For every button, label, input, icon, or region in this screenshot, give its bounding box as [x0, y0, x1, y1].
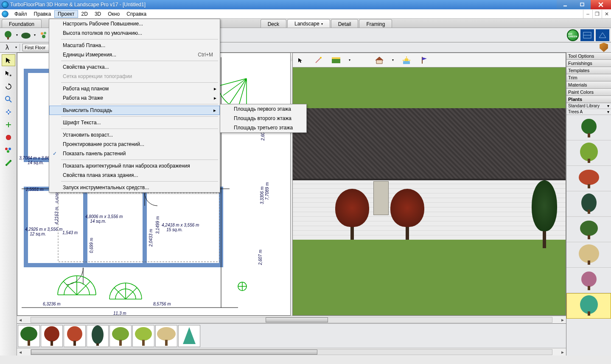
menu-item[interactable]: Единицы Измерения...Ctrl+M — [49, 50, 220, 59]
menu-item[interactable]: Масштаб Плана... — [49, 41, 220, 50]
thumb-tree-5[interactable] — [109, 325, 132, 347]
wand-tool-icon[interactable] — [313, 55, 323, 65]
zoom-tool[interactable] — [3, 94, 14, 104]
view-3d[interactable]: ▾ ▾ — [292, 53, 566, 316]
menu-3d[interactable]: 3D — [91, 10, 104, 18]
thumb-tree-7[interactable] — [155, 325, 177, 347]
svg-rect-86 — [588, 235, 590, 239]
menu-item[interactable]: Шрифт Текста... — [49, 118, 220, 127]
tab-detail[interactable]: Detail — [331, 19, 359, 28]
rgb-balls-tool[interactable] — [3, 145, 14, 155]
menu-item[interactable]: ✓Показать панель растений — [49, 149, 220, 158]
menu-item[interactable]: Работа на Этаже▸ — [49, 93, 220, 103]
house-tool-icon[interactable] — [374, 55, 384, 65]
thumb-tree-6[interactable] — [132, 325, 154, 347]
tab-framing[interactable]: Framing — [359, 19, 392, 28]
category-dropdown[interactable]: Trees A▾ — [566, 109, 611, 115]
menu-окно[interactable]: Окно — [104, 10, 123, 18]
tab-foundation[interactable]: Foundation — [2, 19, 42, 28]
menu-item[interactable]: Установить возраст... — [49, 130, 220, 140]
rotate-tool[interactable] — [3, 81, 14, 92]
dim-a: 3,7084 m x 3,86614 sq.m. — [19, 156, 52, 165]
minimize-button[interactable] — [557, 0, 574, 9]
panel-header-trim[interactable]: Trim — [566, 74, 611, 81]
tab-landscape[interactable]: Landscape▾ — [287, 19, 330, 28]
thumb-tree-8[interactable] — [178, 325, 200, 347]
blueprint-icon[interactable] — [580, 29, 594, 41]
panel-header-materials[interactable]: Materials — [566, 81, 611, 89]
plant-thumb[interactable] — [566, 166, 611, 191]
house-3d — [293, 108, 566, 235]
panel-header-plants[interactable]: Plants — [566, 96, 611, 103]
shrub-tool-icon[interactable] — [20, 30, 31, 41]
close-button[interactable] — [591, 0, 611, 9]
mdi-restore-button[interactable]: ❐ — [592, 10, 602, 18]
pointer-star-tool[interactable]: ✶ — [3, 69, 14, 79]
flag-tool-icon[interactable] — [419, 55, 429, 65]
menu-item[interactable]: Проектирование роста растений... — [49, 140, 220, 149]
menu-item[interactable]: Показать архитектурный план наброска изо… — [49, 161, 220, 171]
submenu-item[interactable]: Площадь второго жтажа — [220, 114, 306, 123]
library-dropdown[interactable]: Standard Library▾ — [566, 103, 611, 109]
submenu-item[interactable]: Площадь первого этажа — [220, 104, 306, 114]
plant-thumb[interactable] — [566, 293, 611, 319]
maximize-button[interactable] — [574, 0, 591, 9]
svg-rect-66 — [50, 341, 53, 346]
dim-k: 3,1499 m — [155, 216, 160, 234]
dim-i: 11,3 m — [113, 311, 126, 316]
plant-thumb[interactable] — [566, 268, 611, 293]
pan-tool[interactable] — [3, 107, 14, 117]
landscape-tile-icon[interactable] — [331, 55, 341, 65]
red-ball-tool[interactable] — [3, 132, 14, 143]
submenu-item[interactable]: Площадь третьего этажа — [220, 123, 306, 132]
thumb-hscroll[interactable]: ◂ ▸ — [17, 348, 566, 356]
thumb-tree-3[interactable] — [64, 325, 86, 347]
plant-thumb[interactable] — [566, 115, 611, 140]
menu-item[interactable]: Работа над планом▸ — [49, 84, 220, 93]
thumb-tree-1[interactable] — [18, 325, 40, 347]
app-icon — [2, 1, 8, 8]
mdi-minimize-button[interactable]: – — [583, 10, 592, 18]
menu-проект[interactable]: Проект — [54, 10, 78, 18]
sun-tool-icon[interactable] — [401, 55, 412, 65]
menu-item[interactable]: Запуск инструментальных средств... — [49, 183, 220, 192]
menu-2d[interactable]: 2D — [78, 10, 91, 18]
menu-item[interactable]: Свойства участка... — [49, 62, 220, 72]
shield-3d-icon[interactable] — [599, 43, 608, 52]
blueprint-alt-icon[interactable] — [596, 29, 609, 41]
svg-point-67 — [67, 326, 82, 342]
menu-item[interactable]: Свойства плана этажа здания... — [49, 171, 220, 180]
tab-deck[interactable]: Deck — [261, 19, 286, 28]
menu-справка[interactable]: Справка — [123, 10, 150, 18]
view-hscroll[interactable]: ◂ ▸ — [17, 316, 566, 323]
thumb-tree-4[interactable] — [87, 325, 109, 347]
thumb-tree-2[interactable] — [41, 325, 63, 347]
panel-header-paint-colors[interactable]: Paint Colors — [566, 89, 611, 96]
menu-bar: ФайлПравкаПроект2D3DОкноСправка – ❐ ✕ — [0, 9, 611, 19]
flower-tool-icon[interactable] — [38, 30, 49, 41]
menu-правка[interactable]: Правка — [31, 10, 55, 18]
tree-tool-icon[interactable] — [3, 30, 14, 41]
svg-rect-68 — [73, 341, 76, 346]
go-green-icon[interactable]: GOGREEN — [567, 29, 579, 41]
add-point-tool[interactable] — [3, 120, 14, 130]
pointer-tool[interactable] — [2, 54, 15, 66]
menu-item[interactable]: Высота потолков по умолчанию... — [49, 28, 220, 38]
plant-thumb[interactable] — [566, 217, 611, 242]
svg-point-79 — [580, 143, 598, 161]
plant-thumb[interactable] — [566, 140, 611, 166]
mdi-close-button[interactable]: ✕ — [602, 10, 611, 18]
pointer-icon[interactable] — [295, 55, 306, 65]
svg-point-69 — [92, 325, 104, 344]
lambda-tool-icon[interactable]: λ — [2, 43, 13, 52]
menu-item[interactable]: Вычислить Площадь▸ — [49, 106, 220, 115]
plant-thumb[interactable] — [566, 191, 611, 217]
panel-header-furnishings[interactable]: Furnishings — [566, 60, 611, 67]
panel-header-templates[interactable]: Templates — [566, 67, 611, 74]
menu-item[interactable]: Настроить Рабочее Повышение... — [49, 19, 220, 28]
plants-list[interactable] — [566, 115, 611, 356]
menu-файл[interactable]: Файл — [11, 10, 31, 18]
panel-header-tool-options[interactable]: Tool Options — [566, 53, 611, 60]
green-segment-tool[interactable] — [3, 158, 14, 168]
plant-thumb[interactable] — [566, 242, 611, 268]
